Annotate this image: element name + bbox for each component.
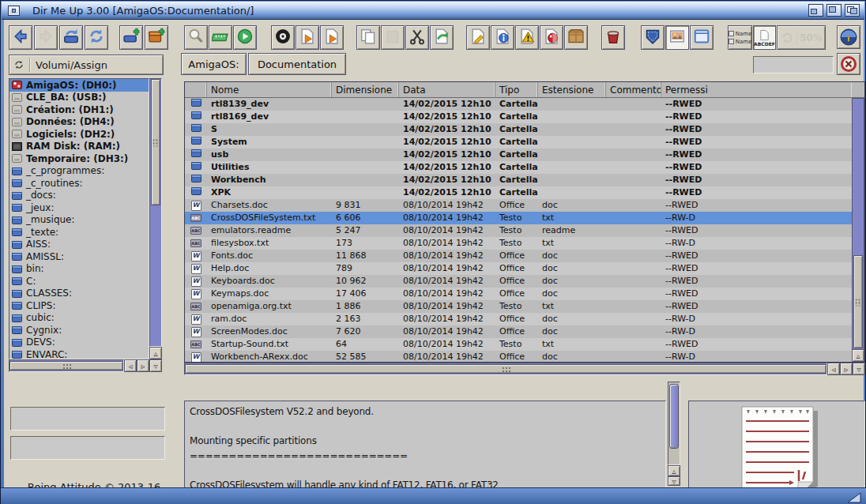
new-drive-button[interactable]: [119, 25, 143, 50]
table-vscroll-thumb[interactable]: [853, 255, 863, 348]
table-row[interactable]: WWorkbench-ARexx.doc52 58508/10/2014 19h…: [185, 351, 852, 362]
image-preview-button[interactable]: [665, 25, 689, 50]
table-hscroll-thumb[interactable]: [185, 364, 826, 374]
column-header-estensione[interactable]: Estensione: [538, 82, 606, 97]
column-header-data[interactable]: Data: [399, 82, 495, 97]
sidebar-hscrollbar[interactable]: [9, 359, 124, 372]
table-scroll-left-button[interactable]: ◃: [827, 363, 840, 375]
table-row[interactable]: ABCfilesysbox.txt17308/10/2014 19h42Test…: [185, 237, 852, 250]
table-row[interactable]: Utilities 14/02/2015 12h10Cartella --RWE…: [185, 161, 852, 174]
table-hscrollbar[interactable]: [184, 363, 827, 375]
refresh-button[interactable]: [85, 25, 108, 50]
sidebar-item[interactable]: Logiciels: (DH2:): [9, 128, 149, 141]
play-script-alt-button[interactable]: [320, 25, 344, 50]
preview-vscroll-thumb[interactable]: [669, 384, 679, 449]
tab-amigaos[interactable]: AmigaOS:: [181, 53, 247, 75]
table-row[interactable]: Wram.doc2 16308/10/2014 19h42Officedoc -…: [185, 313, 852, 325]
sidebar-item[interactable]: Création: (DH1:): [9, 103, 149, 116]
column-header-commento[interactable]: Commento: [606, 82, 661, 97]
archive-button[interactable]: [564, 25, 588, 50]
search-button[interactable]: [184, 25, 208, 50]
new-drawer-button[interactable]: [145, 25, 168, 50]
sidebar-item[interactable]: Cygnix:: [9, 324, 149, 337]
column-header-nome[interactable]: Nome: [207, 82, 332, 97]
table-row[interactable]: WCharsets.doc9 83108/10/2014 19h42Office…: [185, 199, 852, 212]
copy-button[interactable]: [356, 25, 380, 50]
sidebar-item[interactable]: _c_programmes:: [9, 165, 149, 178]
record-button[interactable]: [271, 25, 295, 50]
sort-names-button[interactable]: NameName: [728, 25, 752, 50]
move-button[interactable]: [430, 25, 454, 50]
preview-scroll-down-button[interactable]: ▿: [668, 476, 680, 486]
sidebar-scroll-up-button[interactable]: ▵: [149, 347, 162, 359]
table-row[interactable]: usb 14/02/2015 12h10Cartella --RWED: [185, 149, 852, 161]
sidebar-item[interactable]: CLIPS:: [9, 299, 149, 312]
table-row[interactable]: rtl8139_dev 14/02/2015 12h10Cartella --R…: [185, 98, 852, 111]
sidebar-item[interactable]: _c_routines:: [9, 177, 149, 190]
pocket-button[interactable]: [641, 25, 665, 50]
table-scroll-right-button[interactable]: ▹: [840, 363, 853, 375]
cut-button[interactable]: [405, 25, 429, 50]
table-row[interactable]: XPK 14/02/2015 12h10Cartella --RWED: [185, 186, 852, 199]
select-button[interactable]: [209, 25, 232, 50]
table-row[interactable]: ABCemulators.readme5 24708/10/2014 19h42…: [185, 224, 852, 237]
sidebar-item[interactable]: CLE_BA: (USB:): [9, 92, 149, 104]
column-header-dimensione[interactable]: Dimensione: [332, 82, 399, 97]
table-scroll-up-button[interactable]: ▵: [852, 349, 864, 362]
sidebar-scroll-left-button[interactable]: ◃: [124, 359, 137, 372]
eject-button[interactable]: [837, 25, 860, 49]
table-row[interactable]: rtl8169_dev 14/02/2015 12h10Cartella --R…: [185, 111, 852, 123]
clear-filter-button[interactable]: [837, 53, 860, 75]
zoom-level-button[interactable]: 50%: [777, 25, 826, 50]
volumes-header[interactable]: Volumi/Assign: [9, 55, 164, 75]
table-row[interactable]: ABCopenamiga.org.txt1 88608/10/2014 19h4…: [185, 300, 852, 313]
sidebar-scroll-down-button[interactable]: ▿: [149, 359, 162, 372]
sidebar-item[interactable]: DEVS:: [9, 337, 149, 349]
sidebar-item[interactable]: Temporaire: (DH3:): [9, 152, 149, 165]
iconify-icon[interactable]: [808, 4, 823, 17]
sidebar-vscroll-thumb[interactable]: [151, 79, 160, 205]
sidebar-item[interactable]: _texte:: [9, 226, 149, 239]
sidebar-item[interactable]: RAM Disk: (RAM:): [9, 141, 149, 153]
warning-button[interactable]: [515, 25, 539, 50]
play-script-button[interactable]: [296, 25, 319, 50]
table-row[interactable]: WHelp.doc78908/10/2014 19h42Officedoc --…: [185, 262, 852, 275]
sidebar-hscroll-thumb[interactable]: [9, 361, 123, 370]
tab-documentation[interactable]: Documentation: [248, 53, 346, 75]
table-row[interactable]: System 14/02/2015 12h10Cartella --RWED: [185, 136, 852, 149]
resize-handle[interactable]: [842, 491, 862, 503]
table-scroll-down-button[interactable]: ▿: [853, 363, 865, 375]
zoom-window-icon[interactable]: [826, 4, 842, 17]
table-row[interactable]: S 14/02/2015 12h10Cartella --RWED: [185, 123, 852, 136]
table-row[interactable]: WFonts.doc11 86808/10/2014 19h42Officedo…: [185, 250, 852, 262]
back-button[interactable]: [9, 25, 32, 50]
depth-icon[interactable]: [845, 4, 860, 17]
sidebar-item[interactable]: AISS:: [9, 239, 149, 251]
close-window-icon[interactable]: [8, 6, 20, 16]
info-field-2[interactable]: [10, 436, 165, 460]
preview-scroll-up-button[interactable]: ▵: [668, 465, 680, 476]
table-row[interactable]: WKeyboards.doc10 96208/10/2014 19h42Offi…: [185, 275, 852, 288]
sidebar-item[interactable]: bin:: [9, 263, 149, 276]
execute-button[interactable]: [233, 25, 257, 50]
sidebar-item[interactable]: C:: [9, 275, 149, 288]
sidebar-item[interactable]: _docs:: [9, 190, 149, 202]
sidebar-item[interactable]: _jeux:: [9, 201, 149, 214]
titlebar[interactable]: Dir Me Up 3.00 [AmigaOS:Documentation/]: [2, 2, 864, 20]
info-button[interactable]: [491, 25, 514, 50]
preview-vscrollbar[interactable]: [668, 382, 680, 465]
sidebar-item[interactable]: AMISSL:: [9, 250, 149, 263]
column-header-tipo[interactable]: Tipo: [495, 82, 538, 97]
edit-button[interactable]: [466, 25, 490, 50]
sidebar-scroll-right-button[interactable]: ▹: [137, 359, 149, 372]
sidebar-item[interactable]: CLASSES:: [9, 288, 149, 300]
boing-doc-button[interactable]: [540, 25, 563, 50]
sidebar-item[interactable]: Données: (DH4:): [9, 116, 149, 129]
table-vscrollbar[interactable]: [852, 98, 864, 351]
table-row[interactable]: ABCStartup-Sound.txt6408/10/2014 19h42Te…: [185, 338, 852, 351]
sidebar-item[interactable]: _musique:: [9, 214, 149, 227]
table-row[interactable]: WKeymaps.doc17 40608/10/2014 19h42Office…: [185, 288, 852, 300]
filter-input[interactable]: [753, 56, 834, 73]
paste-box-button[interactable]: [381, 25, 405, 50]
table-row[interactable]: ABCCrossDOSFileSystem.txt6 60608/10/2014…: [185, 212, 852, 224]
